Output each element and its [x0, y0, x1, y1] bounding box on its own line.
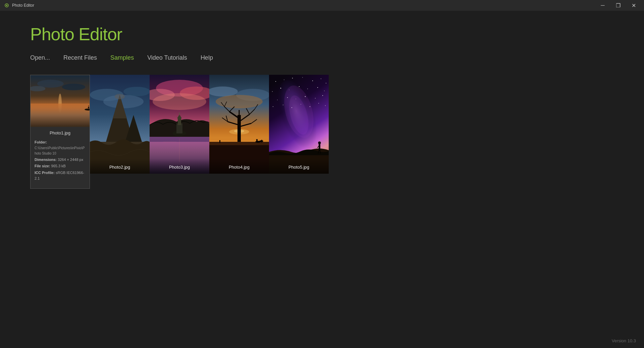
- photo2-thumb[interactable]: Photo2.jpg: [90, 75, 150, 174]
- svg-point-71: [292, 78, 293, 78]
- svg-point-72: [302, 77, 303, 77]
- window-controls: ─ ❐ ✕: [595, 0, 641, 11]
- restore-button[interactable]: ❐: [610, 0, 626, 11]
- svg-rect-46: [219, 140, 220, 143]
- app-title: Photo Editor: [30, 24, 614, 44]
- svg-point-75: [326, 83, 326, 83]
- svg-point-79: [299, 86, 300, 87]
- minimize-button[interactable]: ─: [595, 0, 610, 11]
- svg-point-17: [123, 87, 150, 96]
- svg-point-82: [324, 91, 324, 91]
- title-bar: Photo Editor ─ ❐ ✕: [0, 0, 644, 11]
- photo1-name: Photo1.jpg: [35, 130, 86, 135]
- svg-point-90: [283, 105, 283, 105]
- svg-rect-8: [31, 104, 90, 127]
- photo3-label: Photo3.jpg: [150, 159, 209, 174]
- photo1-dimensions: Dimensions: 3264 × 2448 px: [35, 157, 86, 163]
- close-button[interactable]: ✕: [626, 0, 641, 11]
- svg-point-66: [259, 140, 263, 142]
- svg-rect-31: [178, 118, 181, 125]
- svg-point-14: [88, 107, 89, 108]
- photo-card-selected[interactable]: Photo1.jpg Folder: C:\Users\Public\Pictu…: [30, 75, 90, 189]
- nav-tutorials[interactable]: Video Tutorials: [147, 54, 187, 61]
- svg-point-83: [277, 100, 278, 100]
- svg-point-94: [318, 103, 319, 104]
- svg-point-69: [275, 81, 276, 82]
- photo1-filesize: File size: 965.3 kB: [35, 163, 86, 169]
- photo5-label: Photo5.jpg: [269, 159, 329, 174]
- photo1-info: Photo1.jpg Folder: C:\Users\Public\Pictu…: [31, 127, 90, 188]
- version-label: Version 10.3: [612, 338, 636, 343]
- svg-point-95: [325, 105, 326, 106]
- svg-point-2: [6, 5, 7, 6]
- svg-point-74: [321, 78, 321, 79]
- svg-point-21: [115, 94, 125, 99]
- svg-point-41: [216, 95, 263, 108]
- photo-grid: Photo1.jpg Folder: C:\Users\Public\Pictu…: [30, 75, 614, 189]
- photo4-thumb[interactable]: Photo4.jpg: [209, 75, 269, 174]
- svg-point-87: [315, 98, 316, 99]
- svg-point-5: [62, 84, 85, 91]
- main-content: Photo Editor Open... Recent Files Sample…: [0, 11, 644, 189]
- svg-point-88: [322, 95, 323, 96]
- nav-open[interactable]: Open...: [30, 54, 50, 61]
- nav-help[interactable]: Help: [201, 54, 213, 61]
- photo1-thumb: [31, 75, 90, 127]
- svg-point-81: [317, 87, 318, 88]
- svg-point-80: [307, 89, 308, 89]
- photo4-label: Photo4.jpg: [209, 159, 269, 174]
- svg-point-73: [312, 80, 313, 81]
- title-bar-text: Photo Editor: [12, 3, 34, 8]
- nav-samples[interactable]: Samples: [110, 54, 134, 61]
- svg-rect-49: [237, 115, 241, 142]
- photo1-folder: Folder: C:\Users\Public\Pictures\inPixio…: [35, 139, 86, 156]
- svg-point-28: [153, 93, 206, 110]
- app-icon: [4, 3, 9, 8]
- nav-recent[interactable]: Recent Files: [63, 54, 97, 61]
- navigation: Open... Recent Files Samples Video Tutor…: [30, 54, 614, 61]
- photo5-thumb[interactable]: Photo5.jpg: [269, 75, 329, 174]
- svg-point-70: [284, 79, 284, 80]
- photo3-thumb[interactable]: Photo3.jpg: [150, 75, 209, 174]
- photo2-label: Photo2.jpg: [90, 159, 150, 174]
- svg-point-76: [272, 91, 273, 92]
- svg-point-77: [280, 88, 281, 89]
- photo1-icc: ICC Profile: sRGB IEC61966-2.1: [35, 170, 86, 182]
- svg-point-89: [273, 106, 273, 107]
- svg-point-99: [318, 141, 321, 144]
